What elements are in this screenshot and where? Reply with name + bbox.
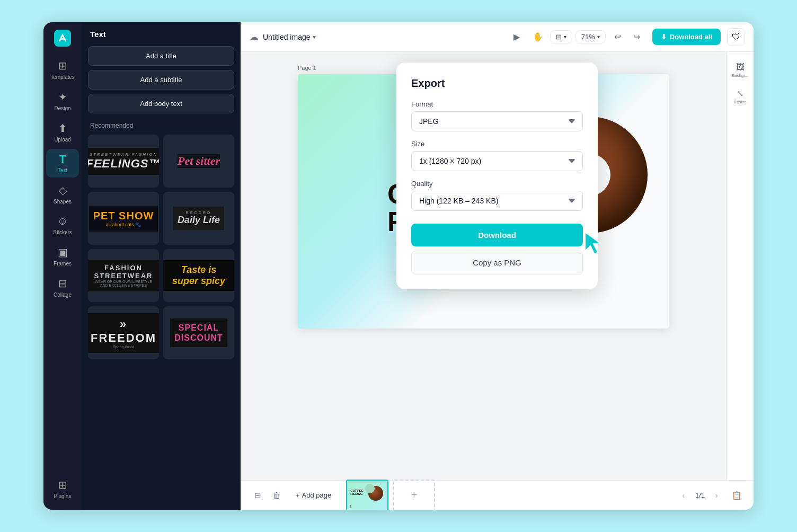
shapes-icon: ◇ xyxy=(59,184,67,197)
cloud-icon: ☁ xyxy=(249,31,259,43)
resize-icon: ⤡ xyxy=(737,88,743,99)
page-settings-button[interactable]: ⊟ xyxy=(249,487,266,504)
frames-icon: ▣ xyxy=(58,246,68,259)
add-title-button[interactable]: Add a title xyxy=(88,46,234,66)
background-icon: 🖼 xyxy=(736,63,745,72)
page-nav: ‹ 1/1 › xyxy=(676,488,724,503)
prev-page-button[interactable]: ‹ xyxy=(676,488,691,503)
add-page-thumbnail[interactable]: + xyxy=(393,480,435,510)
right-panel: 🖼 Backgr... ⤡ Resize xyxy=(726,52,754,480)
sidebar-item-label: Upload xyxy=(54,137,71,143)
sidebar-item-shapes[interactable]: ◇ Shapes xyxy=(46,180,79,209)
format-field: Format JPEG PNG SVG PDF xyxy=(411,100,583,131)
sidebar-item-text[interactable]: T Text xyxy=(46,149,79,178)
size-select[interactable]: 1x (1280 × 720 px) 2x (2560 × 1440 px) 0… xyxy=(411,151,583,171)
download-button[interactable]: Download xyxy=(411,224,583,246)
resize-label: Resize xyxy=(733,100,746,104)
delete-page-button[interactable]: 🗑 xyxy=(268,487,285,504)
topbar: ☁ Untitled image ▾ ▶ ✋ ⊟ ▾ 71% ▾ ↩ xyxy=(241,22,754,52)
notes-icon: 📋 xyxy=(732,491,742,500)
download-icon: ⬇ xyxy=(661,33,667,41)
svg-rect-0 xyxy=(54,30,71,47)
grid-icon: ⊟ xyxy=(556,33,562,41)
sidebar-item-stickers[interactable]: ☺ Stickers xyxy=(46,211,79,240)
collage-icon: ⊟ xyxy=(58,277,67,290)
upload-icon: ⬆ xyxy=(58,122,67,135)
sidebar-item-collage[interactable]: ⊟ Collage xyxy=(46,273,79,302)
recommended-label: Recommended xyxy=(82,116,241,132)
sidebar: ⊞ Templates ✦ Design ⬆ Upload T Text ◇ S… xyxy=(43,22,82,510)
zoom-control[interactable]: 71% ▾ xyxy=(575,30,606,43)
sidebar-item-label: Design xyxy=(54,105,70,111)
template-card-petsitter[interactable]: Pet sitter xyxy=(163,135,234,188)
plus-icon: + xyxy=(296,491,300,499)
sidebar-item-frames[interactable]: ▣ Frames xyxy=(46,242,79,271)
topbar-left: ☁ Untitled image ▾ xyxy=(249,31,501,43)
title-chevron-icon: ▾ xyxy=(313,33,316,41)
add-page-button[interactable]: + Add page xyxy=(289,489,338,501)
select-tool-button[interactable]: ▶ xyxy=(508,28,526,46)
text-icon: T xyxy=(59,153,66,165)
plugins-icon: ⊞ xyxy=(58,478,67,491)
template-card-feelings[interactable]: STREETWEAR FASHION FEELINGS™ xyxy=(88,135,159,188)
topbar-tools: ▶ ✋ ⊟ ▾ 71% ▾ ↩ ↪ xyxy=(508,28,646,46)
quality-label: Quality xyxy=(411,180,583,188)
thumbnail-page-number: 1 xyxy=(349,504,352,509)
template-card-fashion[interactable]: FASHION STREETWEAR WEAR OF OUR OWN LIFES… xyxy=(88,249,159,302)
canvas-area: Page 1 COFFEEFILLING ↙ xyxy=(241,52,754,480)
template-card-petshow[interactable]: PET SHOW all about cats 🐾 xyxy=(88,192,159,245)
templates-icon: ⊞ xyxy=(58,59,67,72)
next-page-button[interactable]: › xyxy=(709,488,724,503)
sidebar-item-label: Collage xyxy=(54,292,72,298)
sidebar-item-label: Templates xyxy=(50,74,75,80)
sidebar-item-label: Shapes xyxy=(54,199,72,205)
page-settings-icon: ⊟ xyxy=(254,491,261,500)
template-grid: STREETWEAR FASHION FEELINGS™ Pet sitter … xyxy=(82,132,241,366)
stickers-icon: ☺ xyxy=(57,215,68,227)
undo-redo-group: ↩ ↪ xyxy=(609,28,646,46)
shield-icon: 🛡 xyxy=(732,32,740,42)
sidebar-item-label: Frames xyxy=(54,261,72,267)
panel-title: Text xyxy=(82,22,241,44)
export-modal-title: Export xyxy=(411,77,583,90)
sidebar-item-design[interactable]: ✦ Design xyxy=(46,86,79,116)
format-label: Format xyxy=(411,100,583,108)
template-card-discount[interactable]: SPECIALDISCOUNT xyxy=(163,306,234,359)
quality-select[interactable]: High (122 KB – 243 KB) Medium Low xyxy=(411,191,583,211)
size-field: Size 1x (1280 × 720 px) 2x (2560 × 1440 … xyxy=(411,140,583,171)
notes-button[interactable]: 📋 xyxy=(728,487,745,504)
size-label: Size xyxy=(411,140,583,148)
template-card-freedom[interactable]: » FREEDOM Spring #ootd xyxy=(88,306,159,359)
document-title[interactable]: Untitled image ▾ xyxy=(263,33,316,41)
bottombar: ⊟ 🗑 + Add page COFFEEFILLING 1 xyxy=(241,480,754,510)
sidebar-item-templates[interactable]: ⊞ Templates xyxy=(46,55,79,84)
background-label: Backgr... xyxy=(732,73,748,78)
sidebar-item-label: Plugins xyxy=(54,493,72,499)
copy-png-button[interactable]: Copy as PNG xyxy=(411,251,583,274)
format-select[interactable]: JPEG PNG SVG PDF xyxy=(411,111,583,131)
add-subtitle-button[interactable]: Add a subtitle xyxy=(88,70,234,90)
design-icon: ✦ xyxy=(58,91,67,103)
export-modal: Export Format JPEG PNG SVG PDF Size xyxy=(396,63,598,289)
background-panel-button[interactable]: 🖼 Backgr... xyxy=(730,58,751,82)
sidebar-item-plugins[interactable]: ⊞ Plugins xyxy=(46,474,79,503)
sidebar-item-label: Stickers xyxy=(53,229,72,235)
shield-button[interactable]: 🛡 xyxy=(727,28,745,46)
resize-panel-button[interactable]: ⤡ Resize xyxy=(730,85,751,108)
template-card-dailylife[interactable]: RECORD Daily Life xyxy=(163,192,234,245)
template-card-spicy[interactable]: Taste is super spicy xyxy=(163,249,234,302)
thumbnail-page-1[interactable]: COFFEEFILLING 1 xyxy=(346,480,388,510)
hand-tool-button[interactable]: ✋ xyxy=(529,28,547,46)
zoom-value: 71% xyxy=(581,33,595,41)
redo-button[interactable]: ↪ xyxy=(628,28,646,46)
download-all-button[interactable]: ⬇ Download all xyxy=(652,29,721,45)
view-layout-button[interactable]: ⊟ ▾ xyxy=(550,30,572,43)
undo-button[interactable]: ↩ xyxy=(609,28,627,46)
sidebar-item-upload[interactable]: ⬆ Upload xyxy=(46,118,79,147)
main-area: ☁ Untitled image ▾ ▶ ✋ ⊟ ▾ 71% ▾ ↩ xyxy=(241,22,754,510)
page-info: 1/1 xyxy=(695,491,705,499)
app-logo xyxy=(53,29,72,48)
trash-icon: 🗑 xyxy=(273,491,281,500)
add-body-button[interactable]: Add body text xyxy=(88,94,234,113)
bottombar-actions: ⊟ 🗑 xyxy=(249,487,285,504)
